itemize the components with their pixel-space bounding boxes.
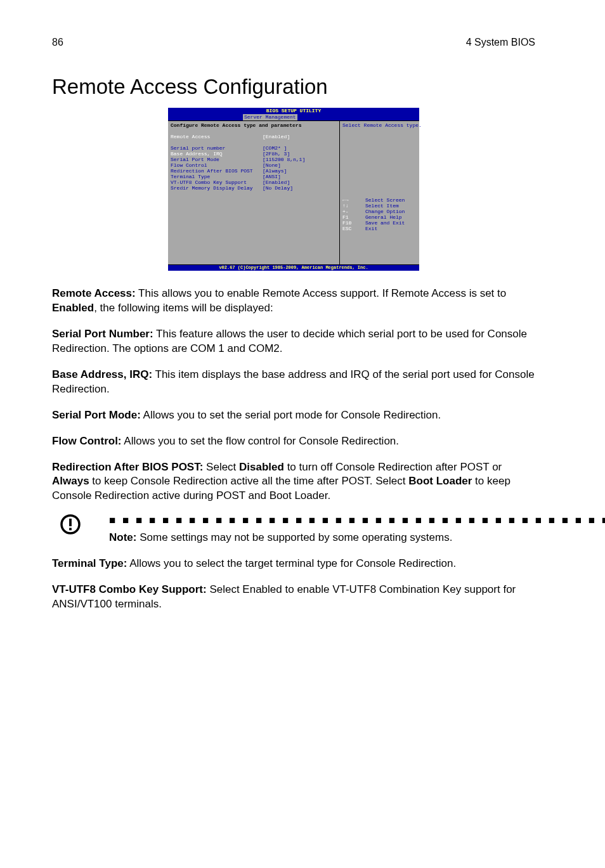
para-text: Allows you to select the target terminal…	[127, 557, 456, 569]
para-text: to keep Console Redirection active all t…	[89, 475, 409, 487]
para-base-address-irq: Base Address, IRQ: This item displays th…	[52, 368, 535, 397]
bios-key-desc: Exit	[365, 226, 417, 232]
section-title: 4 System BIOS	[466, 37, 535, 48]
bios-opt-value: [ANSI]	[263, 174, 337, 180]
bios-remote-access-label: Remote Access	[171, 134, 263, 140]
note-text: Some settings may not be supported by so…	[136, 531, 452, 543]
para-disabled-word: Disabled	[239, 461, 284, 473]
para-serial-port-number: Serial Port Number: This feature allows …	[52, 327, 535, 356]
para-always-word: Always	[52, 475, 89, 487]
para-terminal-type: Terminal Type: Allows you to select the …	[52, 557, 535, 571]
bios-left-pane: Configure Remote Access type and paramet…	[168, 121, 340, 264]
para-remote-access-head: Remote Access:	[52, 287, 136, 299]
bios-footer: v02.67 (C)Copyright 1985-2009, American …	[168, 264, 419, 271]
svg-rect-1	[69, 519, 72, 526]
para-text: Select	[203, 461, 239, 473]
bios-help-text: Select Remote Access type.	[342, 123, 417, 198]
bios-title-bar: BIOS SETUP UTILITY	[168, 108, 419, 114]
para-text: Allows you to set the flow control for C…	[122, 435, 400, 447]
para-serial-port-number-head: Serial Port Number:	[52, 328, 153, 340]
bios-remote-access-value: [Enabled]	[263, 134, 337, 140]
para-base-address-irq-head: Base Address, IRQ:	[52, 368, 152, 380]
para-flow-control-head: Flow Control:	[52, 435, 122, 447]
bios-opt-label: Serial Port Mode	[171, 157, 263, 163]
para-flow-control: Flow Control: Allows you to set the flow…	[52, 434, 535, 449]
bios-opt-value: [2F8h, 3]	[263, 152, 337, 157]
bios-opt-label: Terminal Type	[171, 174, 263, 180]
para-text: This allows you to enable Remote Access …	[136, 287, 507, 299]
bios-opt-value: [No Delay]	[263, 186, 337, 191]
para-text: to turn off Console Redirection after PO…	[284, 461, 502, 473]
bios-opt-value: [Enabled]	[263, 180, 337, 186]
page-header: 86 4 System BIOS	[52, 0, 535, 48]
bios-opt-label: VT-UTF8 Combo Key Support	[171, 180, 263, 186]
bios-opt-value: [115200 8,n,1]	[263, 157, 337, 163]
svg-rect-2	[69, 528, 72, 531]
para-redirection-after-bios-post: Redirection After BIOS POST: Select Disa…	[52, 460, 535, 504]
para-terminal-type-head: Terminal Type:	[52, 557, 127, 569]
para-vt-utf8: VT-UTF8 Combo Key Support: Select Enable…	[52, 583, 535, 612]
note-dots: ■ ■ ■ ■ ■ ■ ■ ■ ■ ■ ■ ■ ■ ■ ■ ■ ■ ■ ■ ■ …	[109, 514, 605, 528]
caution-icon	[60, 514, 81, 535]
bios-opt-label: Sredir Memory Display Delay	[171, 186, 263, 191]
bios-opt-value: [None]	[263, 163, 337, 169]
bios-opt-value: [Always]	[263, 169, 337, 174]
para-boot-loader-word: Boot Loader	[408, 475, 472, 487]
para-enabled-word: Enabled	[52, 302, 94, 314]
para-redirection-head: Redirection After BIOS POST:	[52, 461, 203, 473]
para-text: , the following items will be displayed:	[94, 302, 273, 314]
bios-screenshot: BIOS SETUP UTILITY Server Management Con…	[168, 108, 419, 271]
para-remote-access: Remote Access: This allows you to enable…	[52, 287, 535, 316]
note-block: ■ ■ ■ ■ ■ ■ ■ ■ ■ ■ ■ ■ ■ ■ ■ ■ ■ ■ ■ ■ …	[52, 514, 535, 545]
bios-heading: Configure Remote Access type and paramet…	[171, 123, 301, 129]
bios-tab-row: Server Management	[168, 114, 419, 121]
bios-opt-label: Redirection After BIOS POST	[171, 169, 263, 174]
para-vt-utf8-head: VT-UTF8 Combo Key Support:	[52, 583, 207, 595]
bios-opt-value: [COM2* ]	[263, 146, 337, 152]
para-serial-port-mode-head: Serial Port Mode:	[52, 409, 141, 421]
para-serial-port-mode: Serial Port Mode: Allows you to set the …	[52, 408, 535, 423]
bios-key: ESC	[342, 226, 365, 232]
bios-opt-label: Base Address, IRQ	[171, 152, 263, 157]
bios-right-pane: Select Remote Access type. ←→Select Scre…	[340, 121, 419, 264]
page-number: 86	[52, 37, 63, 48]
note-head: Note:	[109, 531, 136, 543]
bios-opt-label: Flow Control	[171, 163, 263, 169]
bios-tab-selected: Server Management	[243, 114, 297, 120]
bios-opt-label: Serial port number	[171, 146, 263, 152]
page-title: Remote Access Configuration	[52, 75, 535, 99]
para-text: Allows you to set the serial port mode f…	[141, 409, 441, 421]
